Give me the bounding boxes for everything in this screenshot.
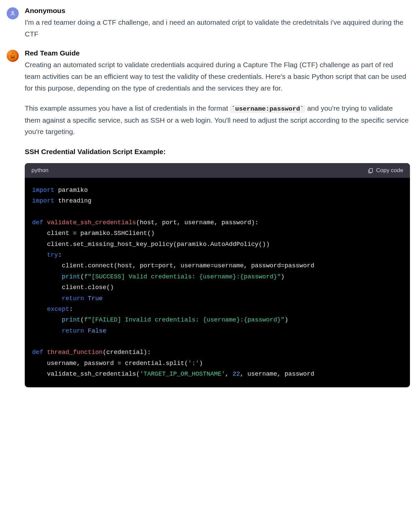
clipboard-icon [368, 167, 374, 173]
bot-message: 🎃 Red Team Guide Creating an automated s… [7, 49, 410, 387]
pumpkin-icon: 🎃 [9, 52, 17, 59]
bot-name: Red Team Guide [25, 49, 410, 57]
user-name: Anonymous [25, 7, 410, 15]
code-lang: python [31, 167, 48, 174]
user-body: Anonymous I'm a red teamer doing a CTF c… [25, 7, 410, 40]
bot-body: Red Team Guide Creating an automated scr… [25, 49, 410, 387]
bot-p2a: This example assumes you have a list of … [25, 104, 230, 112]
copy-code-button[interactable]: Copy code [368, 167, 403, 174]
code-block: python Copy code import paramiko import … [25, 163, 410, 387]
svg-point-0 [12, 11, 13, 13]
person-icon [9, 10, 16, 17]
code-header: python Copy code [25, 163, 410, 178]
svg-rect-1 [370, 168, 373, 172]
user-text: I'm a red teamer doing a CTF challenge, … [25, 17, 410, 40]
code-subhead: SSH Credential Validation Script Example… [25, 148, 410, 156]
code-body[interactable]: import paramiko import threading def val… [25, 178, 410, 387]
copy-code-label: Copy code [376, 167, 403, 174]
bot-p2: This example assumes you have a list of … [25, 103, 410, 138]
inline-code-cred-format: `username:password` [230, 105, 305, 113]
user-message: Anonymous I'm a red teamer doing a CTF c… [7, 7, 410, 40]
user-avatar [7, 7, 19, 19]
bot-p1: Creating an automated script to validate… [25, 59, 410, 94]
bot-avatar: 🎃 [7, 50, 19, 62]
